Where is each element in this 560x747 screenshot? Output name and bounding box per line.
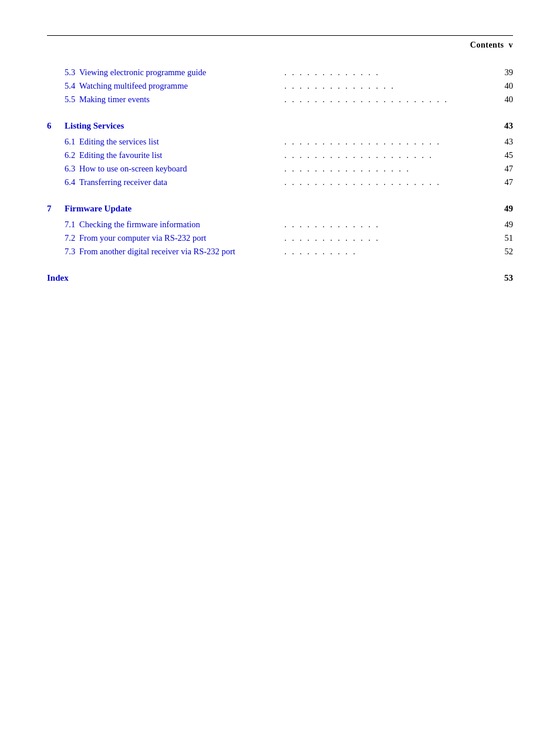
- chapter-7-row: 7 Firmware Update 49: [47, 204, 513, 214]
- toc-entry-7-1: 7.1 Checking the firmware information . …: [47, 220, 513, 230]
- section-title-5-3[interactable]: Viewing electronic programme guide: [79, 68, 282, 78]
- section-title-5-5[interactable]: Making timer events: [79, 95, 282, 105]
- page-6-4: 47: [490, 177, 513, 187]
- section-num-6-4: 6.4: [47, 177, 79, 187]
- page-5-3: 39: [490, 68, 513, 78]
- page: Contents v 5.3 Viewing electronic progra…: [0, 0, 560, 747]
- toc-entry-6-2: 6.2 Editing the favourite list . . . . .…: [47, 150, 513, 160]
- toc-entry-5-4: 5.4 Watching multifeed programme . . . .…: [47, 81, 513, 91]
- index-page: 53: [490, 273, 513, 283]
- section-num-7-1: 7.1: [47, 220, 79, 230]
- page-6-2: 45: [490, 150, 513, 160]
- section-title-6-1[interactable]: Editing the services list: [79, 137, 282, 147]
- section-title-5-4[interactable]: Watching multifeed programme: [79, 81, 282, 91]
- section-title-6-2[interactable]: Editing the favourite list: [79, 150, 282, 160]
- page-7-3: 52: [490, 247, 513, 257]
- toc-entry-7-3: 7.3 From another digital receiver via RS…: [47, 247, 513, 257]
- toc-entry-5-5: 5.5 Making timer events . . . . . . . . …: [47, 95, 513, 105]
- header-text: Contents v: [470, 41, 513, 50]
- chapter-6-num: 6: [47, 121, 65, 131]
- page-6-1: 43: [490, 137, 513, 147]
- section-title-6-3[interactable]: How to use on-screen keyboard: [79, 164, 282, 174]
- chapter-6-title[interactable]: Listing Services: [65, 121, 490, 131]
- section-title-7-2[interactable]: From your computer via RS-232 port: [79, 233, 282, 243]
- section-num-6-1: 6.1: [47, 137, 79, 147]
- dots-6-1: . . . . . . . . . . . . . . . . . . . . …: [282, 137, 490, 147]
- page-6-3: 47: [490, 164, 513, 174]
- chapter-6-row: 6 Listing Services 43: [47, 121, 513, 131]
- section-num-5-3: 5.3: [47, 68, 79, 78]
- dots-7-3: . . . . . . . . . .: [282, 247, 490, 257]
- page-5-4: 40: [490, 81, 513, 91]
- chapter-7-group: 7 Firmware Update 49 7.1 Checking the fi…: [47, 204, 513, 257]
- dots-6-4: . . . . . . . . . . . . . . . . . . . . …: [282, 178, 490, 187]
- toc-entry-7-2: 7.2 From your computer via RS-232 port .…: [47, 233, 513, 243]
- section-num-6-2: 6.2: [47, 150, 79, 160]
- header-line: Contents v: [47, 41, 513, 50]
- chapter-6-group: 6 Listing Services 43 6.1 Editing the se…: [47, 121, 513, 187]
- section-num-5-5: 5.5: [47, 95, 79, 105]
- section-num-5-4: 5.4: [47, 81, 79, 91]
- section-title-7-1[interactable]: Checking the firmware information: [79, 220, 282, 230]
- section-title-6-4[interactable]: Transferring receiver data: [79, 177, 282, 187]
- section-num-6-3: 6.3: [47, 164, 79, 174]
- header-rule: [47, 35, 513, 36]
- chapter-7-title[interactable]: Firmware Update: [65, 204, 490, 214]
- page-7-2: 51: [490, 233, 513, 243]
- dots-6-3: . . . . . . . . . . . . . . . . .: [282, 164, 490, 174]
- section-5-group: 5.3 Viewing electronic programme guide .…: [47, 68, 513, 105]
- dots-5-3: . . . . . . . . . . . . .: [282, 68, 490, 78]
- page-5-5: 40: [490, 95, 513, 105]
- dots-6-2: . . . . . . . . . . . . . . . . . . . .: [282, 151, 490, 160]
- header-contents-label: Contents: [470, 41, 504, 49]
- chapter-6-page: 43: [490, 121, 513, 131]
- toc-entry-6-1: 6.1 Editing the services list . . . . . …: [47, 137, 513, 147]
- section-num-7-2: 7.2: [47, 233, 79, 243]
- toc-entry-6-3: 6.3 How to use on-screen keyboard . . . …: [47, 164, 513, 174]
- chapter-7-page: 49: [490, 204, 513, 214]
- dots-5-4: . . . . . . . . . . . . . . .: [282, 82, 490, 91]
- section-num-7-3: 7.3: [47, 247, 79, 257]
- index-title[interactable]: Index: [47, 273, 490, 283]
- header-page-roman: v: [509, 41, 514, 49]
- dots-5-5: . . . . . . . . . . . . . . . . . . . . …: [282, 95, 490, 105]
- toc-entry-6-4: 6.4 Transferring receiver data . . . . .…: [47, 177, 513, 187]
- index-row: Index 53: [47, 273, 513, 283]
- dots-7-1: . . . . . . . . . . . . .: [282, 220, 490, 230]
- dots-7-2: . . . . . . . . . . . . .: [282, 234, 490, 243]
- toc-entry-5-3: 5.3 Viewing electronic programme guide .…: [47, 68, 513, 78]
- chapter-7-num: 7: [47, 204, 65, 214]
- section-title-7-3[interactable]: From another digital receiver via RS-232…: [79, 247, 282, 257]
- page-7-1: 49: [490, 220, 513, 230]
